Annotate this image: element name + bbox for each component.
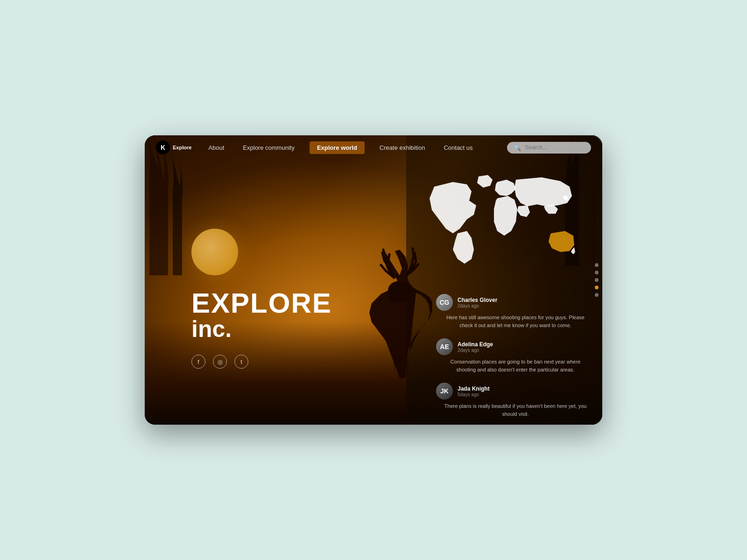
- comments-section: CG Charles Glover 2days ago Here has sti…: [436, 294, 595, 425]
- comment-time-3: 5days ago: [458, 392, 595, 397]
- instagram-icon[interactable]: ◎: [213, 355, 227, 369]
- brand-name: Explore: [173, 145, 191, 150]
- avatar-3: JK: [436, 383, 453, 399]
- comment-card-1: CG Charles Glover 2days ago Here has sti…: [436, 294, 595, 329]
- hero-subtitle: inc.: [191, 317, 332, 341]
- comment-text-2: Conservation places are going to be ban …: [436, 358, 595, 373]
- comment-card-2: AE Adelina Edge 2days ago Conservation p…: [436, 338, 595, 373]
- dot-navigation: [595, 263, 599, 297]
- commenter-name-1: Charles Glover: [458, 297, 595, 303]
- nav-item-about[interactable]: About: [204, 142, 228, 153]
- comment-time-1: 2days ago: [458, 303, 595, 308]
- comment-meta-1: Charles Glover 2days ago: [458, 297, 595, 308]
- logo[interactable]: K Explore: [156, 140, 191, 154]
- tumblr-icon[interactable]: t: [234, 355, 248, 369]
- avatar-1: CG: [436, 294, 453, 311]
- comment-text-3: There plans is really beautiful if you h…: [436, 402, 595, 418]
- dot-5[interactable]: [595, 293, 599, 297]
- nav-item-explore-community[interactable]: Explore community: [239, 142, 298, 153]
- nav-links: About Explore community Explore world Cr…: [204, 141, 507, 154]
- comment-meta-3: Jada Knight 5days ago: [458, 385, 595, 397]
- comment-meta-2: Adelina Edge 2days ago: [458, 341, 595, 353]
- nav-item-create-exhibition[interactable]: Create exhibition: [376, 142, 429, 153]
- commenter-name-2: Adelina Edge: [458, 341, 595, 348]
- dot-4[interactable]: [595, 286, 599, 289]
- social-icons: f ◎ t: [191, 355, 248, 369]
- search-icon: 🔍: [514, 144, 521, 151]
- nav-item-contact-us[interactable]: Contact us: [440, 142, 476, 153]
- comment-header-3: JK Jada Knight 5days ago: [436, 383, 595, 399]
- comment-header-1: CG Charles Glover 2days ago: [436, 294, 595, 311]
- search-input[interactable]: [525, 144, 585, 151]
- commenter-name-3: Jada Knight: [458, 385, 595, 392]
- comment-text-1: Here has still awesome shooting places f…: [436, 314, 595, 329]
- search-bar: 🔍: [507, 142, 591, 154]
- navbar: K Explore About Explore community Explor…: [145, 135, 602, 160]
- facebook-icon[interactable]: f: [191, 355, 205, 369]
- comment-card-3: JK Jada Knight 5days ago There plans is …: [436, 383, 595, 418]
- avatar-2: AE: [436, 338, 453, 355]
- dot-1[interactable]: [595, 263, 599, 267]
- hero-title: EXPLORE: [191, 289, 332, 317]
- app-frame: K Explore About Explore community Explor…: [145, 135, 602, 425]
- dot-3[interactable]: [595, 278, 599, 282]
- logo-icon: K: [156, 140, 170, 154]
- dot-2[interactable]: [595, 271, 599, 274]
- nav-item-explore-world[interactable]: Explore world: [310, 141, 365, 154]
- comment-header-2: AE Adelina Edge 2days ago: [436, 338, 595, 355]
- comment-time-2: 2days ago: [458, 348, 595, 353]
- hero-text: EXPLORE inc.: [191, 289, 332, 341]
